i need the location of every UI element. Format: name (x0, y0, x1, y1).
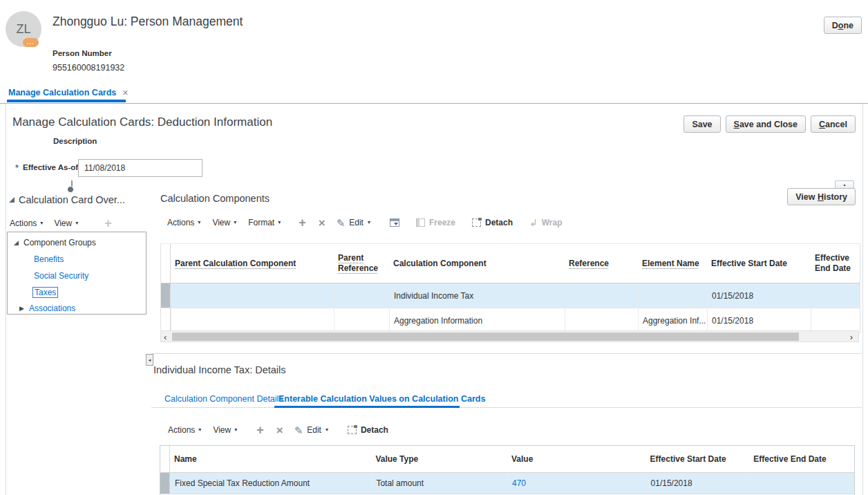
tab-close-icon[interactable]: × (122, 88, 128, 97)
components-view-menu[interactable]: View▾ (212, 218, 236, 227)
required-marker: * (15, 163, 19, 173)
actions-label: Actions (167, 218, 194, 227)
tree-node-component-groups[interactable]: Component Groups (14, 238, 96, 248)
row-selector[interactable] (161, 283, 171, 308)
cell-effective-end-date (749, 473, 854, 494)
column-header-effective-start-date[interactable]: Effective Start Date (707, 244, 811, 283)
overview-view-menu[interactable]: View▾ (54, 218, 78, 228)
overview-actions-menu[interactable]: Actions▾ (10, 218, 43, 228)
column-header-calculation-component[interactable]: Calculation Component (389, 244, 565, 283)
column-header-value[interactable]: Value (507, 446, 646, 472)
column-header-effective-end-date[interactable]: Effective End Date (749, 446, 854, 472)
table-row[interactable]: Fixed Special Tax Reduction Amount Total… (160, 473, 854, 494)
edit-label: Edit (349, 218, 364, 227)
cell-element-name (638, 283, 707, 308)
row-selector[interactable] (160, 473, 170, 494)
view-history-button[interactable]: View History (787, 188, 856, 205)
horizontal-scrollbar[interactable]: ‹ › (160, 330, 859, 342)
tree-node-social-security[interactable]: Social Security (34, 271, 88, 281)
effective-date-input[interactable] (78, 159, 202, 177)
tree-node-label: Component Groups (23, 238, 96, 248)
column-label: Effective End Date (815, 253, 856, 274)
cancel-button[interactable]: Cancel (811, 115, 856, 133)
tab-label: Manage Calculation Cards (8, 88, 116, 97)
scroll-right-arrow-icon[interactable]: › (850, 331, 853, 342)
save-and-close-button[interactable]: Save and Close (726, 115, 806, 133)
query-by-example-icon[interactable] (390, 218, 399, 227)
add-row-icon[interactable]: + (256, 424, 264, 436)
details-actions-menu[interactable]: Actions▾ (168, 425, 201, 435)
add-row-icon[interactable]: + (299, 216, 306, 229)
column-header-name[interactable]: Name (170, 446, 371, 472)
actions-label: Actions (168, 425, 195, 435)
scroll-left-arrow-icon[interactable]: ‹ (164, 331, 167, 342)
cell-parent-calculation-component (171, 308, 334, 333)
chevron-down-icon: ▾ (75, 221, 78, 226)
row-selector[interactable] (161, 308, 171, 333)
components-format-menu[interactable]: Format▾ (248, 218, 281, 227)
tab-label: Calculation Component Details (164, 394, 283, 404)
table-row[interactable]: Aggregation Information Aggregation Inf.… (161, 308, 860, 333)
components-edit-menu[interactable]: ✎Edit▾ (337, 218, 370, 228)
vh-label-post: istory (824, 192, 847, 202)
cell-name: Fixed Special Tax Reduction Amount (170, 473, 371, 494)
page-action-buttons: Save Save and Close Cancel (683, 115, 856, 133)
cell-element-name: Aggregation Inf... (638, 308, 707, 333)
detach-icon (472, 218, 481, 227)
components-toolbar: Actions▾ View▾ Format▾ + × ✎Edit▾ Freeze… (167, 216, 563, 229)
column-header-effective-end-date[interactable]: Effective End Date (811, 244, 860, 283)
tab-calculation-component-details[interactable]: Calculation Component Details (164, 394, 283, 404)
delete-row-icon[interactable]: × (319, 217, 326, 229)
column-label: Effective End Date (753, 454, 826, 465)
edit-label: Edit (307, 425, 321, 435)
page-header-title: Zhongguo Lu: Person Management (53, 15, 243, 29)
overview-section-header[interactable]: Calculation Card Over... (9, 194, 125, 205)
value-link[interactable]: 470 (512, 478, 526, 488)
table-row[interactable]: Individual Income Tax 01/15/2018 (161, 283, 860, 308)
tree-node-label: Taxes (32, 287, 58, 298)
tree-node-benefits[interactable]: Benefits (34, 254, 64, 264)
effective-date-field-wrap (78, 159, 202, 177)
tree-node-label: Benefits (34, 254, 64, 264)
column-header-value-type[interactable]: Value Type (371, 446, 507, 472)
components-title: Calculation Components (160, 193, 270, 204)
avatar-more-badge[interactable]: ... (23, 38, 39, 47)
chevron-down-icon: ▾ (40, 221, 43, 226)
cell-reference (565, 283, 638, 308)
column-header-parent-reference[interactable]: Parent Reference (334, 244, 389, 283)
avatar-initials: ZL (16, 22, 30, 37)
scrollbar-thumb[interactable] (172, 333, 799, 341)
splitter-collapse-button[interactable]: ◂ (146, 354, 153, 366)
component-groups-tree: Component Groups Benefits Social Securit… (7, 232, 147, 315)
delete-row-icon[interactable]: × (276, 424, 283, 436)
tab-manage-calculation-cards[interactable]: Manage Calculation Cards × (8, 88, 128, 97)
details-view-menu[interactable]: View▾ (213, 425, 237, 435)
save-button[interactable]: Save (683, 115, 720, 133)
column-label: Effective Start Date (650, 454, 726, 465)
details-detach-button[interactable]: Detach (348, 425, 388, 435)
details-edit-menu[interactable]: ✎Edit▾ (294, 425, 328, 436)
format-label: Format (248, 218, 274, 227)
done-button[interactable]: Done (824, 17, 862, 34)
column-label: Effective Start Date (711, 259, 787, 269)
cell-calculation-component: Aggregation Information (389, 308, 565, 333)
done-label-pre: D (832, 21, 838, 30)
sac-label-mnemonic: S (734, 120, 739, 129)
column-header-effective-start-date[interactable]: Effective Start Date (646, 446, 750, 472)
expanded-triangle-icon (14, 241, 19, 245)
column-header-reference[interactable]: Reference (565, 244, 638, 283)
column-header-element-name[interactable]: Element Name (638, 244, 707, 283)
detach-button[interactable]: Detach (472, 218, 513, 227)
tab-enterable-calculation-values[interactable]: Enterable Calculation Values on Calculat… (279, 394, 485, 404)
components-actions-menu[interactable]: Actions▾ (167, 218, 200, 227)
chevron-down-icon: ▾ (368, 220, 370, 225)
tree-node-taxes[interactable]: Taxes (32, 287, 58, 298)
detach-label: Detach (361, 425, 388, 435)
column-header-parent-calculation-component[interactable]: Parent Calculation Component (171, 244, 334, 283)
person-management-page: ZL ... Zhongguo Lu: Person Management Do… (0, 0, 868, 495)
ellipsis-icon: ... (27, 41, 35, 44)
splitter-left-icon: ◂ (149, 357, 151, 362)
tree-node-associations[interactable]: ▶ Associations (19, 303, 75, 313)
date-picker-icon[interactable] (71, 180, 73, 192)
cell-parent-calculation-component (171, 283, 334, 308)
